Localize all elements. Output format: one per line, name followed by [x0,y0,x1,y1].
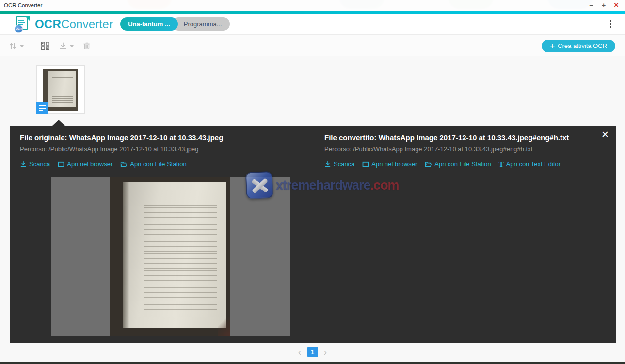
trash-icon [82,42,91,50]
next-page-icon[interactable]: › [324,347,327,357]
app-title: OCRConverter [35,17,113,31]
panel-callout-arrow [52,120,65,126]
view-mode-grid-icon [41,41,50,50]
original-file-actions: Scarica Apri nel browser Apri con File S… [20,160,187,168]
folder-icon [425,161,432,168]
accent-gradient-bar [0,11,625,14]
pagination: ‹ 1 › [0,346,625,358]
download-icon [324,161,331,168]
download-icon [59,42,67,50]
converted-text-badge-icon [36,102,48,114]
window-controls: − + ✕ [587,2,620,9]
tab-programma[interactable]: Programma... [172,17,230,31]
close-window-button[interactable]: ✕ [612,2,620,9]
app-logo-icon: OCR [15,16,30,32]
create-ocr-task-label: Crea attività OCR [558,42,607,49]
window-bottom-border [0,362,625,364]
create-ocr-task-button[interactable]: + Crea attività OCR [542,40,615,52]
app-title-bold: OCR [35,17,61,31]
app-title-light: Converter [61,17,113,31]
original-book-photo [110,177,230,336]
window-titlebar: OCR Converter − + ✕ [0,0,625,11]
file-thumbnail[interactable] [36,65,85,114]
watermark-text: xtremehardware.com [276,178,399,193]
open-with-text-editor-link[interactable]: T Apri con Text Editor [499,160,561,168]
open-with-file-station-converted-link[interactable]: Apri con File Station [425,160,491,168]
sort-button[interactable] [9,42,24,50]
delete-button[interactable] [82,42,91,50]
window-title: OCR Converter [4,2,42,8]
text-editor-icon: T [499,161,504,168]
open-in-browser-converted-link[interactable]: Apri nel browser [362,160,417,168]
app-header: OCR OCRConverter Una-tantum ... Programm… [0,14,625,35]
logo-ocr-badge: OCR [15,25,23,33]
file-detail-panel: ✕ File originale: WhatsApp Image 2017-12… [10,126,616,343]
minimize-button[interactable]: − [587,2,595,9]
browser-window-icon [362,161,369,168]
download-selected-button[interactable] [59,42,74,50]
toolbar: + Crea attività OCR [0,35,625,56]
tab-una-tantum[interactable]: Una-tantum ... [120,17,178,31]
close-panel-icon[interactable]: ✕ [601,129,609,140]
download-icon [20,161,27,168]
converted-file-path: Percorso: /Public/WhatsApp Image 2017-12… [324,145,532,153]
panel-divider [313,173,313,341]
page-number[interactable]: 1 [307,347,318,357]
folder-icon [120,161,128,168]
original-image-viewer [51,177,290,336]
original-file-title: File originale: WhatsApp Image 2017-12-1… [20,133,223,142]
open-with-file-station-original-link[interactable]: Apri con File Station [120,160,186,168]
download-original-link[interactable]: Scarica [20,160,50,168]
browser-window-icon [58,161,64,168]
converted-file-title: File convertito: WhatsApp Image 2017-12-… [324,133,569,142]
maximize-button[interactable]: + [600,2,608,9]
original-file-path: Percorso: /Public/WhatsApp Image 2017-12… [20,145,199,153]
plus-icon: + [550,42,555,50]
sort-icon [9,42,17,50]
download-dropdown-caret [70,45,74,47]
toolbar-divider [32,40,32,52]
sort-dropdown-caret [20,45,24,47]
open-in-browser-original-link[interactable]: Apri nel browser [58,160,112,168]
download-converted-link[interactable]: Scarica [324,160,354,168]
overflow-menu-icon[interactable] [610,20,612,28]
converted-file-actions: Scarica Apri nel browser Apri con File S… [324,160,561,168]
mode-tabs: Una-tantum ... Programma... [120,17,229,31]
ocr-converter-window: OCR Converter − + ✕ OCR OCRConverter Una… [0,0,625,364]
view-mode-button[interactable] [41,41,50,50]
previous-page-icon[interactable]: ‹ [298,347,302,357]
